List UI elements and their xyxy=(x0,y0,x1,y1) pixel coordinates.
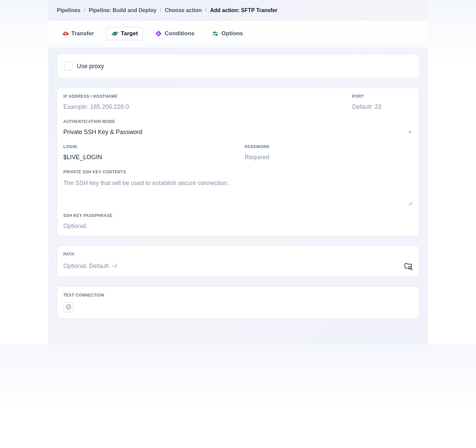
ssh-key-textarea[interactable] xyxy=(63,179,413,203)
field-ip: IP ADDRESS / HOSTNAME xyxy=(63,94,339,110)
password-input[interactable] xyxy=(245,154,413,161)
svg-point-7 xyxy=(216,34,217,35)
breadcrumb-separator: / xyxy=(160,7,161,13)
ip-label: IP ADDRESS / HOSTNAME xyxy=(63,94,339,99)
ssh-key-label: PRIVATE SSH KEY CONTENTS xyxy=(63,170,413,174)
use-proxy-label: Use proxy xyxy=(77,63,104,70)
breadcrumb-link-pipeline[interactable]: Pipeline: Build and Deploy xyxy=(89,7,157,13)
auth-mode-value: Private SSH Key & Password xyxy=(63,129,413,136)
auth-label: AUTHENTICATION MODE xyxy=(63,119,413,124)
svg-point-5 xyxy=(214,32,215,33)
test-label: TEST CONNECTION xyxy=(63,293,413,298)
svg-line-8 xyxy=(409,202,412,205)
svg-text:IF: IF xyxy=(158,33,160,35)
svg-line-9 xyxy=(410,204,412,205)
passphrase-label: SSH KEY PASSPHRASE xyxy=(63,213,413,218)
passphrase-input[interactable] xyxy=(63,223,413,230)
svg-line-11 xyxy=(411,269,412,270)
breadcrumb-link-pipelines[interactable]: Pipelines xyxy=(57,7,81,13)
cloud-upload-icon xyxy=(62,30,69,37)
field-passphrase: SSH KEY PASSPHRASE xyxy=(63,213,413,230)
resize-handle-icon[interactable] xyxy=(408,200,413,205)
tab-transfer[interactable]: Transfer xyxy=(57,27,99,40)
tab-label: Target xyxy=(121,30,138,37)
login-input[interactable] xyxy=(63,154,231,161)
use-proxy-card: Use proxy xyxy=(57,54,419,78)
breadcrumb-separator: / xyxy=(205,7,207,13)
tab-conditions[interactable]: IF Conditions xyxy=(150,27,200,40)
port-label: PORT xyxy=(352,94,413,99)
sliders-icon xyxy=(212,30,219,37)
browse-folder-button[interactable] xyxy=(403,261,413,271)
port-input[interactable] xyxy=(352,103,413,110)
tab-label: Conditions xyxy=(165,30,194,37)
login-label: LOGIN xyxy=(63,144,231,149)
breadcrumb-current: Add action: SFTP Transfer xyxy=(210,7,277,13)
password-label: PASSWORD xyxy=(245,144,413,149)
planet-icon xyxy=(112,30,118,37)
tab-bar: Transfer Target IF Conditions Options xyxy=(48,21,428,48)
breadcrumb-separator: / xyxy=(84,7,85,13)
field-ssh-key: PRIVATE SSH KEY CONTENTS xyxy=(63,170,413,205)
chevron-down-icon: ▼ xyxy=(408,130,412,134)
test-connection-button[interactable] xyxy=(63,302,74,312)
auth-mode-select[interactable]: Private SSH Key & Password ▼ xyxy=(63,129,413,136)
connection-card: IP ADDRESS / HOSTNAME PORT AUTHENTICATIO… xyxy=(57,88,419,236)
test-connection-card: TEST CONNECTION xyxy=(57,286,419,319)
field-auth-mode: AUTHENTICATION MODE Private SSH Key & Pa… xyxy=(63,119,413,136)
path-card: PATH xyxy=(57,245,419,277)
tab-target[interactable]: Target xyxy=(106,27,143,40)
tab-label: Options xyxy=(221,30,243,37)
breadcrumb: Pipelines / Pipeline: Build and Deploy /… xyxy=(48,0,428,21)
check-circle-icon xyxy=(66,304,72,311)
field-port: PORT xyxy=(352,94,413,119)
use-proxy-row[interactable]: Use proxy xyxy=(63,60,413,72)
condition-icon: IF xyxy=(155,30,162,37)
tab-label: Transfer xyxy=(72,30,94,37)
tab-options[interactable]: Options xyxy=(207,27,248,40)
field-password: PASSWORD xyxy=(245,144,413,170)
use-proxy-checkbox[interactable] xyxy=(64,62,73,71)
path-label: PATH xyxy=(63,252,413,257)
ip-input[interactable] xyxy=(63,103,339,110)
field-login: LOGIN xyxy=(63,144,231,161)
breadcrumb-link-choose-action[interactable]: Choose action xyxy=(165,7,202,13)
path-input[interactable] xyxy=(63,263,398,270)
